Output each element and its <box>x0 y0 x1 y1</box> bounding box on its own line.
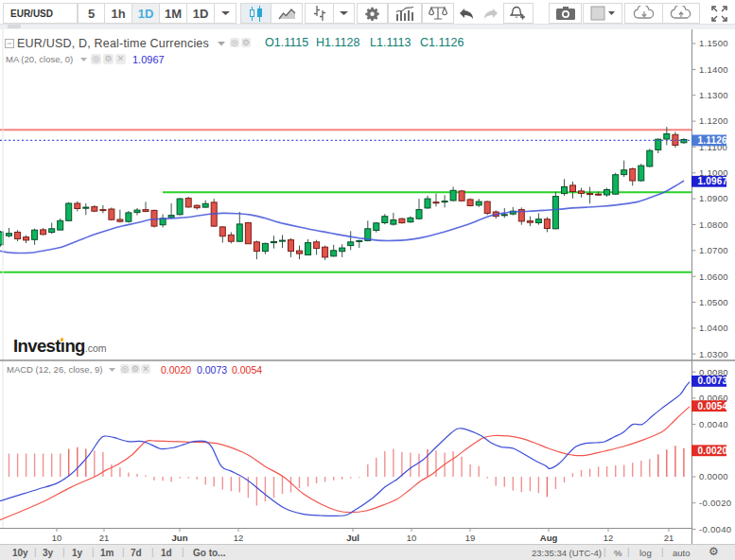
svg-text:0.0020: 0.0020 <box>698 446 728 456</box>
svg-text:10: 10 <box>407 533 417 543</box>
svg-text:21: 21 <box>99 533 110 543</box>
svg-text:12: 12 <box>604 533 614 543</box>
svg-text:1.0500: 1.0500 <box>699 297 728 307</box>
svg-text:1.0967: 1.0967 <box>698 176 728 186</box>
svg-text:1.1200: 1.1200 <box>699 115 728 126</box>
svg-text:0.0054: 0.0054 <box>698 401 728 411</box>
svg-text:19: 19 <box>465 533 476 543</box>
svg-text:12: 12 <box>234 533 244 543</box>
svg-text:1.0400: 1.0400 <box>699 323 728 333</box>
svg-text:-0.0040: -0.0040 <box>699 524 731 534</box>
svg-text:1.1300: 1.1300 <box>699 90 728 100</box>
svg-text:Jun: Jun <box>172 533 188 543</box>
svg-text:Jul: Jul <box>346 533 359 543</box>
svg-text:1.1400: 1.1400 <box>699 64 728 75</box>
svg-text:21: 21 <box>664 533 674 543</box>
svg-text:1.0900: 1.0900 <box>699 193 728 203</box>
svg-text:Aug: Aug <box>540 533 558 543</box>
svg-text:1.0300: 1.0300 <box>699 349 728 359</box>
svg-text:1.0700: 1.0700 <box>699 245 728 255</box>
svg-text:0.0040: 0.0040 <box>699 419 728 429</box>
svg-text:1.0600: 1.0600 <box>699 271 728 282</box>
svg-text:1.0800: 1.0800 <box>699 219 728 230</box>
svg-text:-0.0020: -0.0020 <box>699 498 731 508</box>
svg-text:0.0073: 0.0073 <box>698 376 728 386</box>
svg-text:10: 10 <box>52 533 62 543</box>
svg-text:1.1126: 1.1126 <box>698 135 727 146</box>
svg-text:0.0000: 0.0000 <box>699 471 728 481</box>
svg-text:1.1500: 1.1500 <box>699 38 728 48</box>
